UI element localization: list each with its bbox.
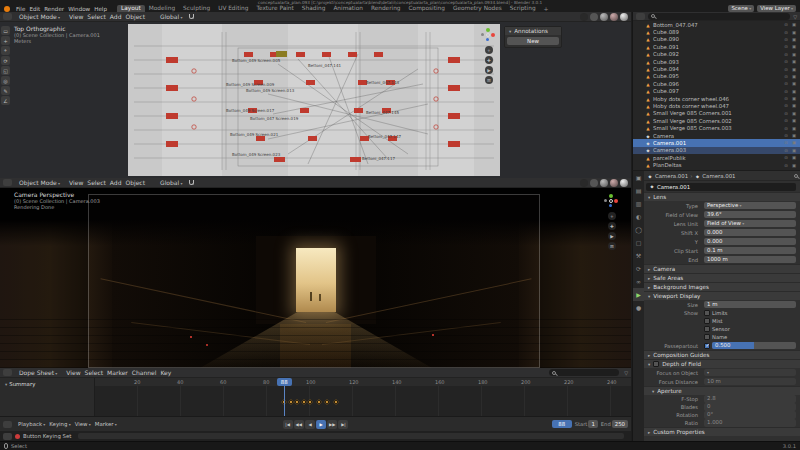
properties-tab[interactable]: ▢ — [633, 236, 644, 249]
outliner-item[interactable]: parcelPublik — [633, 154, 800, 161]
outliner-item[interactable]: Cube.091 — [633, 43, 800, 50]
properties-tab[interactable]: ⟳ — [633, 262, 644, 275]
show-checkbox[interactable] — [704, 334, 710, 340]
snap-magnet-icon[interactable] — [189, 180, 194, 185]
shading-material-icon[interactable] — [610, 179, 618, 187]
camera-frame[interactable] — [88, 194, 540, 368]
dopesheet-menu-item[interactable]: Key — [158, 369, 173, 376]
disable-render-toggle[interactable] — [791, 74, 797, 79]
outliner-item[interactable]: Cube.093 — [633, 58, 800, 65]
workspace-tab[interactable]: Layout — [117, 5, 145, 12]
shading-rendered-icon[interactable] — [620, 179, 628, 187]
nav-icon[interactable]: ✚ — [485, 56, 493, 64]
collapsed-panel[interactable]: Camera — [644, 264, 800, 273]
dopesheet-mode-selector[interactable]: Dope Sheet — [17, 369, 59, 376]
tool-button[interactable]: ✎ — [1, 86, 10, 95]
workspace-tab[interactable]: Rendering — [367, 5, 405, 12]
transport-button[interactable]: |◀ — [283, 420, 293, 429]
timeline-popover[interactable]: Keying — [47, 421, 72, 427]
workspace-tab[interactable]: UV Editing — [214, 5, 252, 12]
frame-end-field[interactable]: 250 — [612, 420, 628, 428]
mode-selector[interactable]: Object Mode — [17, 179, 62, 186]
orientation-selector[interactable]: Global — [158, 179, 184, 186]
tool-button[interactable]: ◎ — [1, 76, 10, 85]
viewport-menu-item[interactable]: Select — [85, 179, 108, 186]
shading-rendered-icon[interactable] — [620, 13, 628, 21]
panel-viewport-display[interactable]: Viewport Display — [644, 291, 800, 300]
outliner-item[interactable]: PlanDeltas — [633, 161, 800, 168]
panel-depth-of-field[interactable]: Depth of Field — [644, 359, 800, 368]
outliner-item[interactable]: Small Verge 085 Corners.001 — [633, 110, 800, 117]
viewport-menu-item[interactable]: Add — [108, 179, 124, 186]
breadcrumb-object[interactable]: Camera.001 — [655, 173, 688, 179]
editor-type-icon[interactable] — [3, 369, 12, 376]
outliner-item[interactable]: Small Verge 085 Corners.002 — [633, 117, 800, 124]
outliner-item[interactable]: Camera.003 — [633, 147, 800, 154]
shift-y-field[interactable]: 0.000 — [704, 238, 796, 246]
hide-viewport-toggle[interactable] — [783, 74, 789, 79]
disable-render-toggle[interactable] — [791, 140, 797, 145]
passepartout-slider[interactable]: 0.500 — [712, 342, 796, 350]
nav-icon[interactable]: ▶ — [608, 232, 616, 240]
hide-viewport-toggle[interactable] — [783, 96, 789, 101]
lens-type-dropdown[interactable]: Perspective — [704, 202, 796, 210]
keying-set-field[interactable] — [78, 433, 624, 439]
channel-summary[interactable]: ▾Summary — [0, 378, 94, 387]
annotations-panel-header[interactable]: Annotations — [505, 27, 561, 35]
hide-viewport-toggle[interactable] — [783, 67, 789, 72]
viewport-menu-item[interactable]: Add — [108, 13, 124, 20]
properties-tab[interactable]: ⚒ — [633, 249, 644, 262]
disable-render-toggle[interactable] — [791, 67, 797, 72]
viewport-menu-item[interactable]: View — [67, 179, 85, 186]
hide-viewport-toggle[interactable] — [783, 163, 789, 168]
editor-type-icon[interactable] — [3, 179, 12, 186]
nav-icon[interactable]: ⊞ — [485, 76, 493, 84]
disable-render-toggle[interactable] — [791, 103, 797, 108]
filter-icon[interactable] — [624, 369, 628, 376]
annotation-new-button[interactable]: New — [507, 37, 559, 45]
properties-tab[interactable]: ▥ — [633, 197, 644, 210]
tool-button[interactable]: ◱ — [1, 66, 10, 75]
outliner-item[interactable]: Cube.095 — [633, 73, 800, 80]
breadcrumb-data[interactable]: Camera.001 — [702, 173, 735, 179]
menu-item[interactable]: Render — [42, 6, 66, 12]
nav-icon[interactable]: + — [485, 46, 493, 54]
add-workspace-button[interactable]: + — [544, 5, 549, 12]
aperture-field[interactable]: 0° — [704, 411, 796, 419]
menu-item[interactable]: Window — [66, 6, 92, 12]
transport-button[interactable]: ▶| — [338, 420, 348, 429]
properties-tab[interactable]: ▶ — [633, 288, 644, 301]
menu-item[interactable]: File — [14, 6, 27, 12]
tool-button[interactable]: ⌖ — [1, 46, 10, 55]
workspace-tab[interactable]: Modeling — [145, 5, 179, 12]
properties-tab[interactable]: ▤ — [633, 184, 644, 197]
shading-wireframe-icon[interactable] — [590, 179, 598, 187]
timeline-popover[interactable]: Marker — [93, 421, 119, 427]
outliner-search[interactable] — [648, 13, 790, 20]
editor-type-icon[interactable] — [3, 433, 12, 440]
fov-field[interactable]: 39.6° — [704, 211, 796, 219]
hide-viewport-toggle[interactable] — [783, 118, 789, 123]
workspace-tab[interactable]: Compositing — [405, 5, 449, 12]
hide-viewport-toggle[interactable] — [783, 22, 789, 27]
dopesheet-menu-item[interactable]: Select — [83, 369, 106, 376]
outliner-item[interactable]: Cube.096 — [633, 80, 800, 87]
disable-render-toggle[interactable] — [791, 30, 797, 35]
outliner-item[interactable]: Cube.092 — [633, 51, 800, 58]
disable-render-toggle[interactable] — [791, 44, 797, 49]
hide-viewport-toggle[interactable] — [783, 30, 789, 35]
scene-selector[interactable]: Scene — [728, 5, 754, 12]
outliner-editor-icon[interactable] — [636, 13, 645, 20]
tool-button[interactable]: ⟳ — [1, 56, 10, 65]
hide-viewport-toggle[interactable] — [783, 81, 789, 86]
disable-render-toggle[interactable] — [791, 89, 797, 94]
collapsed-panel[interactable]: Background Images — [644, 282, 800, 291]
outliner-item[interactable]: Small Verge 085 Corners.003 — [633, 124, 800, 131]
search-icon[interactable] — [794, 174, 798, 178]
nav-icon[interactable]: ✚ — [608, 222, 616, 230]
panel-lens[interactable]: Lens — [644, 192, 800, 201]
aperture-field[interactable]: 1.000 — [704, 419, 796, 427]
disable-render-toggle[interactable] — [791, 163, 797, 168]
hide-viewport-toggle[interactable] — [783, 155, 789, 160]
view-layer-selector[interactable]: View Layer — [757, 5, 796, 12]
